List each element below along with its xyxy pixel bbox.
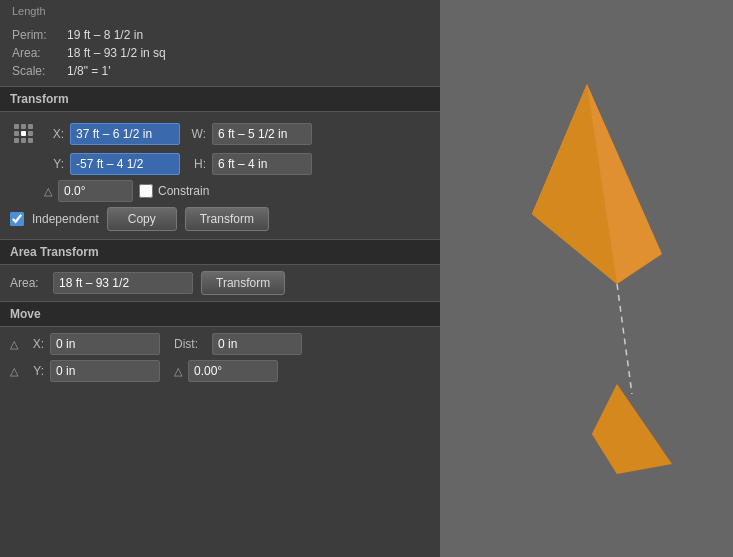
w-label: W: (186, 127, 206, 141)
scale-row: Scale: 1/8" = 1' (12, 62, 428, 80)
area-field-label: Area: (10, 276, 45, 290)
move-triangle-icon-1: △ (10, 338, 18, 351)
top-label: Length (12, 5, 46, 17)
constrain-row: Constrain (139, 184, 209, 198)
angle-row: △ Constrain (10, 180, 430, 202)
move-angle-input[interactable] (188, 360, 278, 382)
area-transform-section: Area: Transform (0, 265, 440, 301)
perim-label: Perim: (12, 28, 67, 42)
move-triangle-icon-2: △ (10, 365, 18, 378)
scale-label: Scale: (12, 64, 67, 78)
canvas-area (440, 0, 733, 557)
area-info-label: Area: (12, 46, 67, 60)
w-input[interactable] (212, 123, 312, 145)
dashed-line (617, 284, 632, 394)
dot-mr (28, 131, 33, 136)
dot-br (28, 138, 33, 143)
area-transform-button[interactable]: Transform (201, 271, 285, 295)
move-xdist-row: △ X: Dist: (10, 333, 430, 355)
dot-tm (21, 124, 26, 129)
x-input[interactable] (70, 123, 180, 145)
move-header: Move (0, 301, 440, 327)
constrain-label: Constrain (158, 184, 209, 198)
move-x-input[interactable] (50, 333, 160, 355)
move-yangle-row: △ Y: △ (10, 360, 430, 382)
angle-input[interactable] (58, 180, 133, 202)
transform-button[interactable]: Transform (185, 207, 269, 231)
dot-bm (21, 138, 26, 143)
y-input[interactable] (70, 153, 180, 175)
area-info-row: Area: 18 ft – 93 1/2 in sq (12, 44, 428, 62)
area-row: Area: Transform (10, 271, 430, 295)
move-angle-icon: △ (166, 365, 182, 378)
copy-button[interactable]: Copy (107, 207, 177, 231)
yh-row: Y: H: (10, 153, 430, 175)
properties-panel: Length Perim: 19 ft – 8 1/2 in Area: 18 … (0, 0, 440, 557)
scale-value: 1/8" = 1' (67, 64, 111, 78)
constrain-checkbox[interactable] (139, 184, 153, 198)
dot-tr (28, 124, 33, 129)
independent-label: Independent (32, 212, 99, 226)
y-label: Y: (44, 157, 64, 171)
h-label: H: (186, 157, 206, 171)
transform-section: X: W: Y: H: △ Constrain Independent (0, 112, 440, 239)
h-input[interactable] (212, 153, 312, 175)
area-info-value: 18 ft – 93 1/2 in sq (67, 46, 166, 60)
move-y-label: Y: (24, 364, 44, 378)
dot-bl (14, 138, 19, 143)
x-label: X: (44, 127, 64, 141)
move-dist-label: Dist: (166, 337, 206, 351)
area-transform-header: Area Transform (0, 239, 440, 265)
info-section: Perim: 19 ft – 8 1/2 in Area: 18 ft – 93… (0, 20, 440, 86)
canvas-inner (462, 54, 712, 504)
area-field-input[interactable] (53, 272, 193, 294)
angle-icon: △ (44, 185, 52, 198)
actions-row: Independent Copy Transform (10, 207, 430, 231)
perim-value: 19 ft – 8 1/2 in (67, 28, 143, 42)
dot-ml (14, 131, 19, 136)
perim-row: Perim: 19 ft – 8 1/2 in (12, 26, 428, 44)
transform-grid-icon[interactable] (10, 120, 38, 148)
transform-header: Transform (0, 86, 440, 112)
dot-mm (21, 131, 26, 136)
move-dist-input[interactable] (212, 333, 302, 355)
top-section: Length (0, 0, 440, 20)
small-triangle-right (592, 384, 672, 474)
independent-checkbox[interactable] (10, 212, 24, 226)
xw-row: X: W: (10, 120, 430, 148)
move-section: △ X: Dist: △ Y: △ (0, 327, 440, 393)
shape-canvas (462, 54, 712, 504)
dot-tl (14, 124, 19, 129)
move-x-label: X: (24, 337, 44, 351)
move-y-input[interactable] (50, 360, 160, 382)
